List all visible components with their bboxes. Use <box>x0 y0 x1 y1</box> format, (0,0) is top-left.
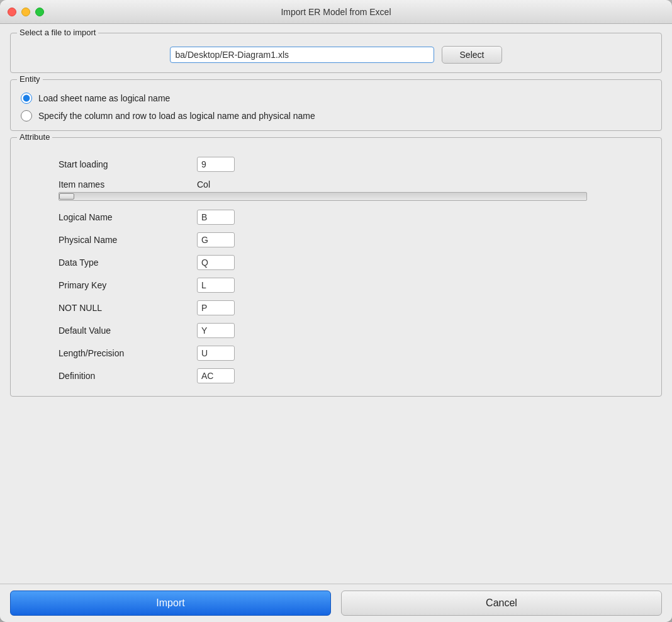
label-data-type: Data Type <box>21 257 197 268</box>
slider-track[interactable] <box>59 192 587 201</box>
import-button[interactable]: Import <box>10 591 331 616</box>
attribute-section-label: Attribute <box>17 132 52 142</box>
attr-row-default-value: Default Value <box>21 319 651 342</box>
select-button[interactable]: Select <box>442 46 503 64</box>
field-definition[interactable] <box>197 368 235 383</box>
main-window: Import ER Model from Excel Select a file… <box>0 0 672 622</box>
label-item-names: Item names <box>21 179 197 189</box>
attr-row-length-precision: Length/Precision <box>21 342 651 365</box>
attr-row-logical-name: Logical Name <box>21 206 651 229</box>
field-start-loading[interactable] <box>197 157 235 172</box>
field-not-null[interactable] <box>197 300 235 315</box>
field-logical-name[interactable] <box>197 210 235 225</box>
label-not-null: NOT NULL <box>21 303 197 313</box>
label-logical-name: Logical Name <box>21 212 197 222</box>
field-data-type[interactable] <box>197 255 235 270</box>
field-default-value[interactable] <box>197 323 235 338</box>
attr-row-start-loading: Start loading <box>21 153 651 176</box>
attr-row-item-names: Item names Col <box>21 176 651 191</box>
file-section: Select a file to import Select <box>10 33 662 73</box>
field-primary-key[interactable] <box>197 278 235 293</box>
title-bar: Import ER Model from Excel <box>0 0 672 24</box>
label-default-value: Default Value <box>21 325 197 336</box>
window-title: Import ER Model from Excel <box>281 7 391 17</box>
slider-thumb[interactable] <box>59 193 74 200</box>
file-section-label: Select a file to import <box>17 28 98 37</box>
attr-row-primary-key: Primary Key <box>21 274 651 297</box>
entity-options: Load sheet name as logical name Specify … <box>21 89 651 122</box>
radio-label-1: Load sheet name as logical name <box>38 93 170 103</box>
bottom-bar: Import Cancel <box>0 584 672 622</box>
attr-row-not-null: NOT NULL <box>21 297 651 319</box>
attr-row-definition: Definition <box>21 365 651 387</box>
minimize-button[interactable] <box>21 8 30 16</box>
file-row: Select <box>21 42 651 64</box>
label-physical-name: Physical Name <box>21 235 197 245</box>
attribute-content: Start loading Item names Col Logical Nam <box>21 147 651 387</box>
value-item-names: Col <box>197 179 210 189</box>
radio-row-1[interactable]: Load sheet name as logical name <box>21 93 651 104</box>
field-physical-name[interactable] <box>197 232 235 247</box>
attribute-section: Attribute Start loading Item names Col <box>10 137 662 397</box>
entity-section: Entity Load sheet name as logical name S… <box>10 79 662 131</box>
main-content: Select a file to import Select Entity Lo… <box>0 24 672 584</box>
label-definition: Definition <box>21 371 197 381</box>
radio-specify-column[interactable] <box>21 110 32 122</box>
attr-row-data-type: Data Type <box>21 251 651 274</box>
radio-row-2[interactable]: Specify the column and row to load as lo… <box>21 110 651 122</box>
label-start-loading: Start loading <box>21 159 197 169</box>
file-input[interactable] <box>170 47 434 63</box>
label-primary-key: Primary Key <box>21 280 197 290</box>
label-length-precision: Length/Precision <box>21 348 197 358</box>
close-button[interactable] <box>8 8 16 16</box>
slider-container <box>21 191 651 206</box>
entity-section-label: Entity <box>17 74 43 84</box>
radio-label-2: Specify the column and row to load as lo… <box>38 111 315 121</box>
radio-load-sheet[interactable] <box>21 93 32 104</box>
window-controls <box>8 8 44 16</box>
cancel-button[interactable]: Cancel <box>341 591 662 616</box>
field-length-precision[interactable] <box>197 346 235 361</box>
maximize-button[interactable] <box>35 8 44 16</box>
attr-row-physical-name: Physical Name <box>21 229 651 251</box>
